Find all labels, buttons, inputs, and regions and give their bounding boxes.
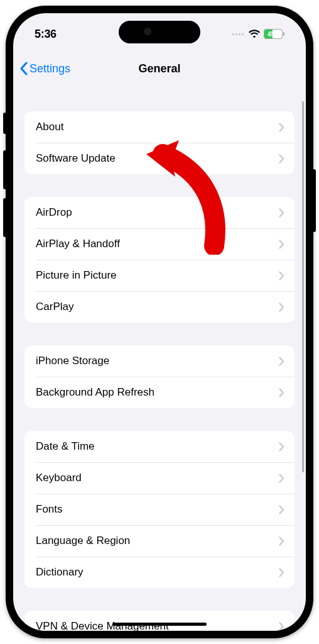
row-label: CarPlay [36, 301, 73, 313]
home-indicator[interactable] [112, 623, 207, 626]
chevron-right-icon [279, 505, 284, 514]
row-vpn-device-management[interactable]: VPN & Device Management [24, 611, 295, 631]
row-label: Keyboard [36, 472, 82, 484]
row-label: Date & Time [36, 440, 95, 453]
row-label: Background App Refresh [36, 386, 154, 399]
back-button[interactable]: Settings [19, 62, 138, 75]
navigation-bar: Settings General [13, 50, 306, 87]
row-label: Picture in Picture [36, 269, 117, 282]
group-2: iPhone Storage Background App Refresh [24, 345, 295, 408]
wifi-icon [249, 30, 260, 38]
chevron-right-icon [279, 442, 284, 452]
status-time: 5:36 [35, 28, 57, 41]
content-scroll[interactable]: About Software Update AirDrop AirPlay & … [13, 87, 306, 631]
row-label: Dictionary [36, 566, 84, 579]
row-language-region[interactable]: Language & Region [24, 525, 295, 557]
row-label: About [36, 121, 63, 133]
chevron-right-icon [279, 154, 284, 164]
chevron-right-icon [279, 568, 284, 577]
row-background-app-refresh[interactable]: Background App Refresh [24, 377, 295, 408]
row-software-update[interactable]: Software Update [24, 143, 295, 174]
mute-switch [3, 113, 7, 134]
page-title: General [138, 62, 180, 75]
row-iphone-storage[interactable]: iPhone Storage [24, 345, 295, 377]
cellular-dots-icon [232, 33, 244, 35]
volume-up-button [3, 150, 7, 189]
row-airplay-handoff[interactable]: AirPlay & Handoff [24, 228, 295, 260]
row-label: AirDrop [36, 206, 72, 219]
power-button [312, 169, 316, 232]
row-label: AirPlay & Handoff [36, 238, 120, 250]
group-3: Date & Time Keyboard Fonts Language & Re… [24, 431, 295, 588]
group-0: About Software Update [24, 111, 295, 174]
row-carplay[interactable]: CarPlay [24, 291, 295, 323]
back-label: Settings [30, 62, 70, 75]
row-label: Fonts [36, 503, 63, 516]
row-about[interactable]: About [24, 111, 295, 143]
chevron-right-icon [279, 271, 284, 280]
group-1: AirDrop AirPlay & Handoff Picture in Pic… [24, 197, 295, 323]
chevron-right-icon [279, 474, 284, 483]
chevron-right-icon [279, 123, 284, 132]
row-picture-in-picture[interactable]: Picture in Picture [24, 260, 295, 291]
battery-icon: 45 [264, 29, 284, 39]
chevron-right-icon [279, 536, 284, 546]
row-label: Language & Region [36, 535, 130, 547]
dynamic-island [119, 21, 200, 43]
chevron-right-icon [279, 388, 284, 397]
volume-down-button [3, 198, 7, 237]
chevron-left-icon [19, 62, 28, 75]
chevron-right-icon [279, 240, 284, 249]
row-label: iPhone Storage [36, 355, 109, 367]
row-airdrop[interactable]: AirDrop [24, 197, 295, 228]
phone-frame: 5:36 45 [6, 6, 313, 638]
scroll-indicator [302, 101, 304, 472]
group-4: VPN & Device Management [24, 611, 295, 631]
row-date-time[interactable]: Date & Time [24, 431, 295, 462]
status-icons: 45 [232, 29, 284, 39]
chevron-right-icon [279, 357, 284, 366]
row-fonts[interactable]: Fonts [24, 494, 295, 525]
row-dictionary[interactable]: Dictionary [24, 557, 295, 588]
chevron-right-icon [279, 622, 284, 631]
chevron-right-icon [279, 208, 284, 218]
chevron-right-icon [279, 303, 284, 312]
row-keyboard[interactable]: Keyboard [24, 462, 295, 494]
screen: 5:36 45 [13, 13, 306, 631]
row-label: Software Update [36, 152, 116, 165]
